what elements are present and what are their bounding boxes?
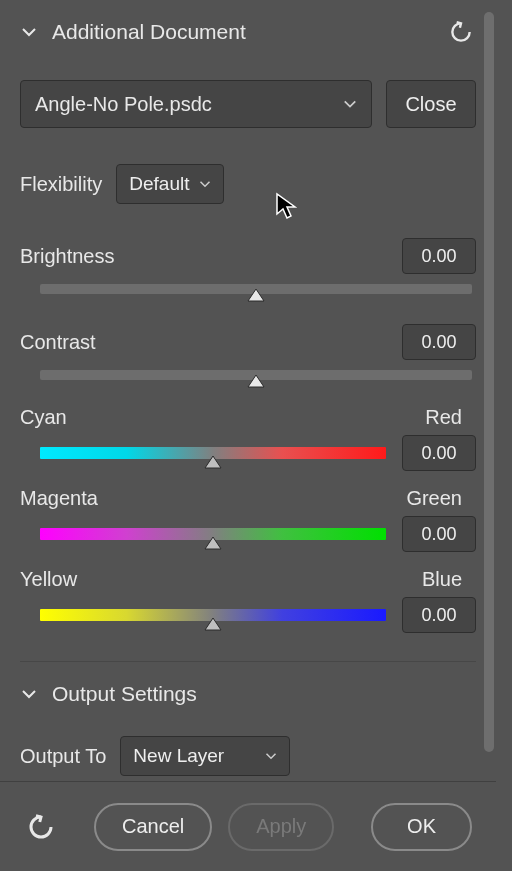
chevron-down-icon (343, 93, 357, 116)
section-output-settings: Output Settings Output To New Layer (0, 662, 496, 776)
yellow-label: Yellow (20, 568, 77, 591)
output-to-select[interactable]: New Layer (120, 736, 290, 776)
magenta-green-slider-handle[interactable] (203, 536, 223, 554)
blue-label: Blue (422, 568, 462, 591)
chevron-down-icon (20, 685, 38, 703)
yellow-blue-slider-handle[interactable] (203, 617, 223, 635)
green-label: Green (406, 487, 462, 510)
contrast-value-input[interactable]: 0.00 (402, 324, 476, 360)
brightness-slider-block: Brightness 0.00 (20, 238, 476, 294)
apply-button[interactable]: Apply (228, 803, 334, 851)
chevron-down-icon (20, 23, 38, 41)
section-title: Additional Document (52, 20, 246, 44)
flexibility-value: Default (129, 173, 189, 195)
chevron-down-icon (265, 745, 277, 767)
footer-bar: Cancel Apply OK (0, 781, 496, 871)
scrollbar-track[interactable] (484, 0, 496, 780)
cyan-red-slider-track[interactable] (40, 447, 386, 459)
section-title: Output Settings (52, 682, 197, 706)
cyan-red-slider-block: Cyan Red 0.00 (20, 406, 476, 471)
brightness-value-input[interactable]: 0.00 (402, 238, 476, 274)
output-to-value: New Layer (133, 745, 224, 767)
cyan-label: Cyan (20, 406, 67, 429)
magenta-green-slider-track[interactable] (40, 528, 386, 540)
reset-icon[interactable] (446, 17, 476, 47)
cyan-red-value-input[interactable]: 0.00 (402, 435, 476, 471)
ok-button[interactable]: OK (371, 803, 472, 851)
settings-panel: Additional Document Angle-No Pole.psdc C… (0, 0, 496, 871)
contrast-label: Contrast (20, 331, 392, 354)
contrast-slider-block: Contrast 0.00 (20, 324, 476, 380)
chevron-down-icon (199, 173, 211, 195)
flexibility-select[interactable]: Default (116, 164, 224, 204)
brightness-label: Brightness (20, 245, 392, 268)
close-button[interactable]: Close (386, 80, 476, 128)
magenta-label: Magenta (20, 487, 98, 510)
yellow-blue-slider-block: Yellow Blue 0.00 (20, 568, 476, 633)
cyan-red-slider-handle[interactable] (203, 455, 223, 473)
document-select[interactable]: Angle-No Pole.psdc (20, 80, 372, 128)
contrast-slider-handle[interactable] (246, 374, 266, 392)
close-button-label: Close (405, 93, 456, 116)
section-header-output-settings[interactable]: Output Settings (20, 662, 476, 726)
magenta-green-slider-block: Magenta Green 0.00 (20, 487, 476, 552)
yellow-blue-slider-track[interactable] (40, 609, 386, 621)
output-to-label: Output To (20, 745, 106, 768)
cancel-button[interactable]: Cancel (94, 803, 212, 851)
section-header-additional-document[interactable]: Additional Document (20, 0, 476, 64)
document-select-value: Angle-No Pole.psdc (35, 93, 212, 116)
brightness-slider-track[interactable] (40, 284, 472, 294)
contrast-slider-track[interactable] (40, 370, 472, 380)
magenta-green-value-input[interactable]: 0.00 (402, 516, 476, 552)
section-additional-document: Additional Document Angle-No Pole.psdc C… (0, 0, 496, 662)
brightness-slider-handle[interactable] (246, 288, 266, 306)
scrollbar-thumb[interactable] (484, 12, 494, 752)
yellow-blue-value-input[interactable]: 0.00 (402, 597, 476, 633)
red-label: Red (425, 406, 462, 429)
reset-icon[interactable] (24, 810, 58, 844)
flexibility-label: Flexibility (20, 173, 102, 196)
